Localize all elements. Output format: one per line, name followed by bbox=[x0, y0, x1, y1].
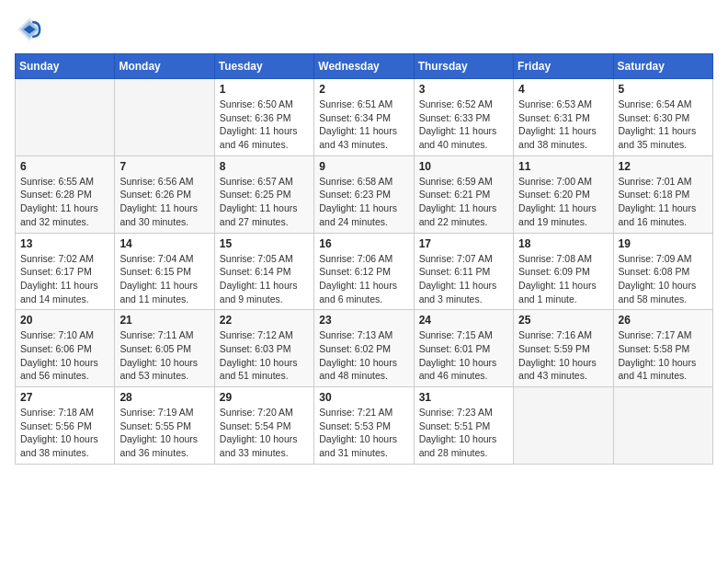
day-number: 7 bbox=[119, 160, 209, 173]
calendar-cell: 10Sunrise: 6:59 AM Sunset: 6:21 PM Dayli… bbox=[414, 155, 513, 233]
day-info: Sunrise: 7:07 AM Sunset: 6:11 PM Dayligh… bbox=[419, 252, 508, 306]
calendar-cell: 19Sunrise: 7:09 AM Sunset: 6:08 PM Dayli… bbox=[613, 233, 712, 310]
calendar-cell: 17Sunrise: 7:07 AM Sunset: 6:11 PM Dayli… bbox=[414, 233, 513, 310]
day-info: Sunrise: 7:06 AM Sunset: 6:12 PM Dayligh… bbox=[319, 252, 408, 306]
calendar-cell: 18Sunrise: 7:08 AM Sunset: 6:09 PM Dayli… bbox=[514, 233, 613, 310]
day-number: 20 bbox=[20, 314, 109, 327]
week-row-3: 13Sunrise: 7:02 AM Sunset: 6:17 PM Dayli… bbox=[16, 233, 713, 310]
calendar-cell: 1Sunrise: 6:50 AM Sunset: 6:36 PM Daylig… bbox=[214, 79, 313, 156]
calendar-cell: 15Sunrise: 7:05 AM Sunset: 6:14 PM Dayli… bbox=[214, 233, 313, 310]
day-info: Sunrise: 7:10 AM Sunset: 6:06 PM Dayligh… bbox=[20, 328, 109, 383]
day-info: Sunrise: 7:18 AM Sunset: 5:56 PM Dayligh… bbox=[20, 406, 109, 460]
day-number: 21 bbox=[119, 314, 209, 327]
day-number: 23 bbox=[319, 314, 408, 327]
day-number: 10 bbox=[419, 160, 508, 173]
day-info: Sunrise: 7:13 AM Sunset: 6:02 PM Dayligh… bbox=[319, 328, 408, 383]
day-number: 24 bbox=[419, 314, 508, 327]
day-number: 16 bbox=[319, 237, 408, 250]
day-info: Sunrise: 6:52 AM Sunset: 6:33 PM Dayligh… bbox=[419, 98, 508, 152]
day-number: 26 bbox=[619, 314, 708, 327]
day-number: 4 bbox=[518, 83, 608, 96]
weekday-header-sunday: Sunday bbox=[16, 54, 115, 79]
week-row-4: 20Sunrise: 7:10 AM Sunset: 6:06 PM Dayli… bbox=[16, 310, 713, 387]
day-info: Sunrise: 6:58 AM Sunset: 6:23 PM Dayligh… bbox=[319, 175, 408, 229]
day-number: 18 bbox=[518, 237, 608, 250]
calendar-cell: 11Sunrise: 7:00 AM Sunset: 6:20 PM Dayli… bbox=[514, 155, 613, 233]
day-number: 14 bbox=[119, 237, 209, 250]
day-number: 5 bbox=[619, 83, 708, 96]
weekday-header-friday: Friday bbox=[514, 54, 613, 79]
day-info: Sunrise: 7:16 AM Sunset: 5:59 PM Dayligh… bbox=[518, 328, 608, 383]
day-info: Sunrise: 6:54 AM Sunset: 6:30 PM Dayligh… bbox=[619, 98, 708, 152]
weekday-header-wednesday: Wednesday bbox=[314, 54, 414, 79]
calendar-cell: 26Sunrise: 7:17 AM Sunset: 5:58 PM Dayli… bbox=[613, 310, 712, 387]
calendar-cell: 12Sunrise: 7:01 AM Sunset: 6:18 PM Dayli… bbox=[613, 155, 712, 233]
day-number: 19 bbox=[619, 237, 708, 250]
calendar-cell: 27Sunrise: 7:18 AM Sunset: 5:56 PM Dayli… bbox=[16, 387, 115, 465]
day-number: 3 bbox=[419, 83, 508, 96]
day-number: 28 bbox=[119, 391, 209, 404]
calendar-cell: 13Sunrise: 7:02 AM Sunset: 6:17 PM Dayli… bbox=[16, 233, 115, 310]
weekday-header-saturday: Saturday bbox=[613, 54, 712, 79]
day-number: 31 bbox=[419, 391, 508, 404]
calendar-table: SundayMondayTuesdayWednesdayThursdayFrid… bbox=[15, 53, 713, 465]
day-info: Sunrise: 6:53 AM Sunset: 6:31 PM Dayligh… bbox=[518, 98, 608, 152]
calendar-cell: 29Sunrise: 7:20 AM Sunset: 5:54 PM Dayli… bbox=[214, 387, 313, 465]
calendar-cell: 14Sunrise: 7:04 AM Sunset: 6:15 PM Dayli… bbox=[115, 233, 214, 310]
day-info: Sunrise: 7:12 AM Sunset: 6:03 PM Dayligh… bbox=[220, 328, 309, 383]
day-info: Sunrise: 7:02 AM Sunset: 6:17 PM Dayligh… bbox=[20, 252, 109, 306]
day-info: Sunrise: 7:00 AM Sunset: 6:20 PM Dayligh… bbox=[518, 175, 608, 229]
day-info: Sunrise: 7:15 AM Sunset: 6:01 PM Dayligh… bbox=[419, 328, 508, 383]
calendar-cell: 30Sunrise: 7:21 AM Sunset: 5:53 PM Dayli… bbox=[314, 387, 414, 465]
weekday-header-tuesday: Tuesday bbox=[214, 54, 313, 79]
day-info: Sunrise: 6:51 AM Sunset: 6:34 PM Dayligh… bbox=[319, 98, 408, 152]
weekday-header-row: SundayMondayTuesdayWednesdayThursdayFrid… bbox=[16, 54, 713, 79]
weekday-header-monday: Monday bbox=[115, 54, 214, 79]
day-number: 29 bbox=[220, 391, 309, 404]
day-number: 8 bbox=[220, 160, 309, 173]
day-info: Sunrise: 6:55 AM Sunset: 6:28 PM Dayligh… bbox=[20, 175, 109, 229]
day-number: 25 bbox=[518, 314, 608, 327]
day-number: 17 bbox=[419, 237, 508, 250]
day-info: Sunrise: 7:11 AM Sunset: 6:05 PM Dayligh… bbox=[119, 328, 209, 383]
logo bbox=[15, 15, 48, 44]
calendar-cell: 28Sunrise: 7:19 AM Sunset: 5:55 PM Dayli… bbox=[115, 387, 214, 465]
week-row-2: 6Sunrise: 6:55 AM Sunset: 6:28 PM Daylig… bbox=[16, 155, 713, 233]
day-info: Sunrise: 7:04 AM Sunset: 6:15 PM Dayligh… bbox=[119, 252, 209, 306]
calendar-cell: 25Sunrise: 7:16 AM Sunset: 5:59 PM Dayli… bbox=[514, 310, 613, 387]
day-info: Sunrise: 6:56 AM Sunset: 6:26 PM Dayligh… bbox=[119, 175, 209, 229]
calendar-cell: 21Sunrise: 7:11 AM Sunset: 6:05 PM Dayli… bbox=[115, 310, 214, 387]
day-number: 1 bbox=[220, 83, 309, 96]
day-number: 22 bbox=[220, 314, 309, 327]
weekday-header-thursday: Thursday bbox=[414, 54, 513, 79]
day-number: 30 bbox=[319, 391, 408, 404]
day-number: 15 bbox=[220, 237, 309, 250]
day-info: Sunrise: 7:20 AM Sunset: 5:54 PM Dayligh… bbox=[220, 406, 309, 460]
day-number: 6 bbox=[20, 160, 109, 173]
day-info: Sunrise: 7:08 AM Sunset: 6:09 PM Dayligh… bbox=[518, 252, 608, 306]
day-info: Sunrise: 7:01 AM Sunset: 6:18 PM Dayligh… bbox=[619, 175, 708, 229]
day-number: 11 bbox=[518, 160, 608, 173]
week-row-5: 27Sunrise: 7:18 AM Sunset: 5:56 PM Dayli… bbox=[16, 387, 713, 465]
calendar-cell: 24Sunrise: 7:15 AM Sunset: 6:01 PM Dayli… bbox=[414, 310, 513, 387]
day-info: Sunrise: 7:17 AM Sunset: 5:58 PM Dayligh… bbox=[619, 328, 708, 383]
day-number: 27 bbox=[20, 391, 109, 404]
logo-icon bbox=[15, 15, 44, 44]
calendar-cell bbox=[514, 387, 613, 465]
calendar-cell: 7Sunrise: 6:56 AM Sunset: 6:26 PM Daylig… bbox=[115, 155, 214, 233]
day-info: Sunrise: 6:59 AM Sunset: 6:21 PM Dayligh… bbox=[419, 175, 508, 229]
day-info: Sunrise: 6:57 AM Sunset: 6:25 PM Dayligh… bbox=[220, 175, 309, 229]
calendar-cell: 8Sunrise: 6:57 AM Sunset: 6:25 PM Daylig… bbox=[214, 155, 313, 233]
calendar-cell: 20Sunrise: 7:10 AM Sunset: 6:06 PM Dayli… bbox=[16, 310, 115, 387]
calendar-cell: 3Sunrise: 6:52 AM Sunset: 6:33 PM Daylig… bbox=[414, 79, 513, 156]
day-number: 2 bbox=[319, 83, 408, 96]
calendar-cell: 16Sunrise: 7:06 AM Sunset: 6:12 PM Dayli… bbox=[314, 233, 414, 310]
calendar-cell bbox=[115, 79, 214, 156]
day-info: Sunrise: 7:05 AM Sunset: 6:14 PM Dayligh… bbox=[220, 252, 309, 306]
day-info: Sunrise: 7:19 AM Sunset: 5:55 PM Dayligh… bbox=[119, 406, 209, 460]
page-header bbox=[15, 15, 713, 44]
calendar-cell: 2Sunrise: 6:51 AM Sunset: 6:34 PM Daylig… bbox=[314, 79, 414, 156]
week-row-1: 1Sunrise: 6:50 AM Sunset: 6:36 PM Daylig… bbox=[16, 79, 713, 156]
calendar-cell bbox=[16, 79, 115, 156]
calendar-cell: 22Sunrise: 7:12 AM Sunset: 6:03 PM Dayli… bbox=[214, 310, 313, 387]
